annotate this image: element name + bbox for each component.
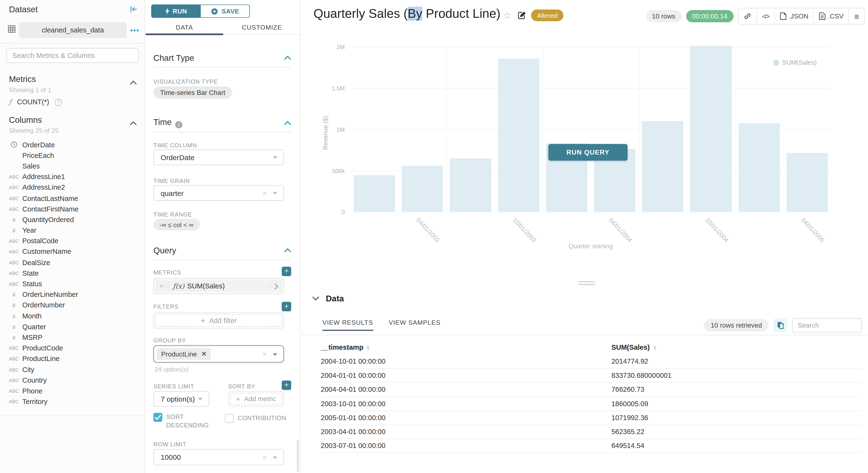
clear-icon[interactable]: × (262, 189, 267, 197)
column-list-item[interactable]: ABC Country (0, 375, 145, 386)
table-row[interactable]: 2003-07-01 00:00:00 649514.54 (321, 439, 862, 453)
run-button[interactable]: RUN (151, 5, 201, 18)
column-list-item[interactable]: # OrderLineNumber (0, 289, 145, 300)
series-limit-select[interactable]: 7 option(s) (153, 391, 209, 407)
copy-link-button[interactable] (739, 8, 757, 24)
sort-icons[interactable] (367, 345, 370, 350)
chart-legend[interactable]: SUM(Sales) (773, 59, 816, 66)
table-row[interactable]: 2004-04-01 00:00:00 766260.73 (321, 383, 862, 397)
table-row[interactable]: 2004-10-01 00:00:00 2014774.92 (321, 355, 862, 369)
collapse-panel-icon[interactable] (129, 5, 138, 15)
metric-pill[interactable]: × ƒ(x)SUM(Sales) (153, 278, 284, 294)
group-by-select[interactable]: ProductLine✕ × (153, 345, 284, 363)
sort-descending-checkbox-row[interactable]: SORT DESCENDING (153, 413, 216, 430)
number-type-icon: # (7, 216, 21, 223)
scrollbar-thumb[interactable] (297, 440, 299, 472)
bar-2003-04-01 (402, 166, 443, 212)
clear-icon[interactable]: × (262, 453, 267, 462)
table-row[interactable]: 2005-01-01 00:00:00 1071992.36 (321, 411, 862, 425)
contribution-checkbox-row[interactable]: CONTRIBUTION (225, 414, 286, 423)
column-list-item[interactable]: # Month (0, 311, 145, 322)
embed-code-button[interactable]: </> (757, 8, 775, 24)
column-list-item[interactable]: ABC PostalCode (0, 236, 145, 247)
column-list-item[interactable]: ABC ContactLastName (0, 193, 145, 204)
tab-customize[interactable]: CUSTOMIZE (223, 21, 301, 34)
column-list-item[interactable]: ABC CustomerName (0, 247, 145, 257)
column-list-item[interactable]: # Quarter (0, 322, 145, 333)
add-metric-button[interactable]: + (282, 267, 291, 276)
group-by-chip[interactable]: ProductLine✕ (157, 348, 211, 360)
add-filter-dropzone[interactable]: +Add filter (153, 312, 284, 328)
time-range-pill[interactable]: -∞ ≤ col < ∞ (153, 219, 199, 230)
tab-data[interactable]: DATA (146, 21, 223, 34)
table-search-input[interactable] (792, 318, 862, 333)
section-collapse-icon[interactable] (284, 120, 291, 125)
selected-text: By (408, 7, 422, 21)
run-query-button[interactable]: RUN QUERY (548, 144, 628, 161)
dataset-name[interactable]: cleaned_sales_data (19, 22, 127, 38)
visualization-type-pill[interactable]: Time-series Bar Chart (153, 87, 232, 99)
add-filter-button[interactable]: + (282, 302, 291, 311)
export-csv-button[interactable]: .CSV (814, 8, 849, 24)
column-list-item[interactable]: # QuantityOrdered (0, 214, 145, 225)
tab-view-results[interactable]: VIEW RESULTS (322, 319, 373, 331)
help-icon[interactable]: ? (55, 98, 62, 106)
time-section-title: Timei (153, 117, 182, 128)
column-list-item[interactable]: ABC ProductLine (0, 353, 145, 365)
column-list-item[interactable]: ABC ProductCode (0, 343, 145, 354)
column-list-item[interactable]: ABC AddressLine2 (0, 182, 145, 193)
column-header-timestamp[interactable]: __timestamp (321, 344, 611, 351)
column-list-item[interactable]: ABC AddressLine1 (0, 171, 145, 182)
column-list-item[interactable]: # OrderNumber (0, 300, 145, 311)
export-json-button[interactable]: .JSON (775, 8, 814, 24)
clear-icon[interactable]: × (262, 350, 267, 358)
save-button[interactable]: SAVE (201, 5, 250, 18)
copy-data-button[interactable] (774, 318, 787, 332)
column-list-item[interactable]: PriceEach (0, 150, 145, 161)
edit-title-icon[interactable] (518, 10, 527, 22)
search-metrics-input[interactable] (6, 48, 139, 63)
section-collapse-icon[interactable] (284, 248, 291, 253)
remove-chip-icon[interactable]: ✕ (202, 350, 207, 358)
altered-badge[interactable]: Altered (531, 9, 564, 21)
table-row[interactable]: 2004-01-01 00:00:00 833730.680000001 (321, 369, 862, 383)
table-row[interactable]: 2003-04-01 00:00:00 562365.22 (321, 425, 862, 439)
remove-metric-icon[interactable]: × (155, 282, 168, 290)
column-list-item[interactable]: ABC DealSize (0, 257, 145, 268)
column-list-item[interactable]: ABC City (0, 365, 145, 375)
column-list-item[interactable]: OrderDate (0, 139, 145, 150)
column-list-item[interactable]: ABC ContactFirstName (0, 204, 145, 215)
dataset-more-menu[interactable]: ••• (130, 26, 141, 34)
section-collapse-icon[interactable] (284, 55, 291, 60)
column-list-item[interactable]: # Year (0, 225, 145, 236)
add-sort-metric-button[interactable]: + (282, 380, 291, 390)
data-collapse-icon[interactable] (312, 296, 319, 301)
column-list-item[interactable]: ABC Phone (0, 386, 145, 397)
metrics-collapse-icon[interactable] (130, 77, 137, 87)
table-row[interactable]: 2003-10-01 00:00:00 1860005.09 (321, 397, 862, 411)
column-list-item[interactable]: ABC Territory (0, 396, 145, 407)
more-options-button[interactable]: ≡ (849, 8, 864, 24)
panel-resize-handle[interactable] (579, 281, 595, 285)
time-column-select[interactable]: OrderDate (153, 150, 284, 165)
sort-by-dropzone[interactable]: +Add metric (228, 391, 284, 407)
column-list-item[interactable]: ABC Status (0, 279, 145, 289)
row-limit-select[interactable]: 10000 × (153, 449, 284, 465)
column-header-value[interactable]: SUM(Sales) (611, 344, 862, 351)
column-list-item[interactable]: ABC State (0, 268, 145, 279)
time-grain-select[interactable]: quarter × (153, 185, 284, 201)
time-grain-label: TIME GRAIN (153, 177, 190, 184)
column-list-item[interactable]: # MSRP (0, 332, 145, 343)
column-list-item[interactable]: Sales (0, 161, 145, 171)
columns-collapse-icon[interactable] (130, 118, 137, 128)
text-type-icon: ABC (7, 196, 21, 201)
favorite-star-icon[interactable]: ☆ (503, 9, 512, 21)
checkbox-checked-icon[interactable] (153, 413, 162, 422)
export-button-group: </> .JSON .CSV ≡ (738, 8, 865, 25)
checkbox-unchecked-icon[interactable] (225, 414, 234, 423)
tab-view-samples[interactable]: VIEW SAMPLES (389, 319, 440, 331)
sort-icons[interactable] (653, 345, 656, 350)
metric-list-item[interactable]: ƒ COUNT(*) ? (9, 98, 62, 106)
chart-title[interactable]: Quarterly Sales (By Product Line) (314, 7, 501, 21)
expand-metric-icon[interactable] (270, 283, 282, 289)
